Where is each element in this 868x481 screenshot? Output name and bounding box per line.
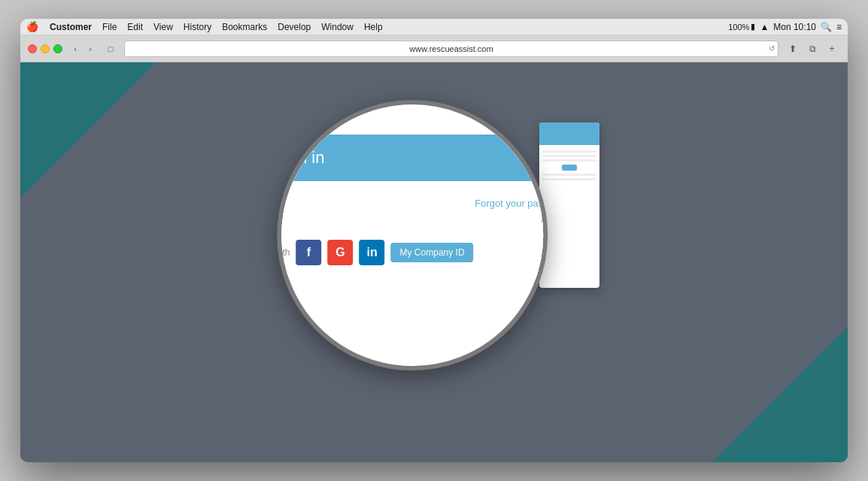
corner-decoration-top-left bbox=[20, 62, 171, 213]
sign-in-title: Sign in bbox=[277, 148, 324, 167]
reload-button[interactable]: ↺ bbox=[769, 44, 775, 53]
reader-view-button[interactable]: □ bbox=[103, 42, 118, 56]
login-body: Forgot your password? Support with f G i… bbox=[277, 181, 548, 280]
menu-customer[interactable]: Customer bbox=[44, 22, 97, 32]
traffic-lights bbox=[28, 44, 62, 53]
duplicate-tab-button[interactable]: ⧉ bbox=[804, 41, 821, 56]
corner-decoration-bottom-right bbox=[697, 312, 848, 462]
preview-line-1 bbox=[542, 150, 596, 153]
magnifier: Sign in Forgot your password? Support wi… bbox=[277, 100, 548, 371]
minimize-button[interactable] bbox=[41, 44, 50, 53]
menu-file[interactable]: File bbox=[97, 22, 122, 32]
battery-icon: 100% ▮ bbox=[728, 22, 755, 32]
fullscreen-button[interactable] bbox=[53, 44, 62, 53]
menu-history[interactable]: History bbox=[178, 22, 217, 32]
support-link[interactable]: Support bbox=[277, 212, 548, 228]
company-id-button[interactable]: My Company ID bbox=[391, 243, 474, 262]
webpage-preview-card bbox=[539, 123, 599, 288]
browser-window: ‹ › □ www.rescueassist.com ↺ ⬆ ⧉ + bbox=[20, 35, 848, 462]
menu-bar: 🍎 Customer File Edit View History Bookma… bbox=[20, 19, 848, 35]
wifi-icon: ▲ bbox=[760, 22, 769, 32]
menu-bookmarks[interactable]: Bookmarks bbox=[217, 22, 272, 32]
menu-window[interactable]: Window bbox=[316, 22, 359, 32]
new-tab-button[interactable]: + bbox=[824, 41, 840, 56]
linkedin-login-button[interactable]: in bbox=[360, 240, 385, 265]
url-display: www.rescueassist.com bbox=[409, 44, 493, 53]
share-button[interactable]: ⬆ bbox=[785, 41, 801, 56]
clock-display: Mon 10:10 bbox=[773, 22, 816, 32]
webpage-preview-content bbox=[539, 145, 599, 186]
webpage-preview-header bbox=[539, 123, 599, 145]
forgot-password-link[interactable]: Forgot your password? bbox=[277, 196, 548, 212]
spotlight-search-icon[interactable]: 🔍 bbox=[821, 22, 832, 32]
google-login-button[interactable]: G bbox=[328, 240, 354, 265]
address-bar[interactable]: www.rescueassist.com ↺ bbox=[124, 41, 778, 57]
battery-bar-icon: ▮ bbox=[751, 22, 755, 32]
battery-pct: 100% bbox=[728, 23, 749, 32]
menu-develop[interactable]: Develop bbox=[272, 22, 316, 32]
preview-line-5 bbox=[542, 178, 596, 180]
close-button[interactable] bbox=[28, 44, 37, 53]
menu-edit[interactable]: Edit bbox=[122, 22, 148, 32]
preview-line-2 bbox=[542, 155, 596, 157]
sign-in-with-label: with bbox=[277, 247, 290, 258]
social-login-row: with f G in My Company ID bbox=[277, 240, 548, 265]
menu-right-items: 100% ▮ ▲ Mon 10:10 🔍 ≡ bbox=[728, 22, 842, 32]
menu-view[interactable]: View bbox=[148, 22, 178, 32]
browser-actions: ⬆ ⧉ + bbox=[785, 41, 840, 56]
back-button[interactable]: ‹ bbox=[68, 42, 82, 56]
apple-logo-icon[interactable]: 🍎 bbox=[26, 21, 38, 32]
facebook-login-button[interactable]: f bbox=[296, 240, 322, 265]
menu-items: Customer File Edit View History Bookmark… bbox=[44, 22, 728, 32]
preview-line-4 bbox=[542, 174, 596, 176]
notification-center-icon[interactable]: ≡ bbox=[836, 22, 842, 32]
browser-chrome: ‹ › □ www.rescueassist.com ↺ ⬆ ⧉ + bbox=[20, 35, 848, 62]
browser-content: Sign in Forgot your password? Support wi… bbox=[20, 62, 848, 462]
preview-line-3 bbox=[542, 159, 596, 162]
nav-buttons: ‹ › bbox=[68, 42, 97, 56]
preview-btn bbox=[562, 165, 577, 171]
login-form-magnified: Sign in Forgot your password? Support wi… bbox=[277, 135, 548, 280]
forgot-links: Forgot your password? Support bbox=[277, 196, 548, 228]
mac-window: 🍎 Customer File Edit View History Bookma… bbox=[20, 19, 848, 462]
menu-help[interactable]: Help bbox=[359, 22, 388, 32]
forward-button[interactable]: › bbox=[83, 42, 97, 56]
login-header: Sign in bbox=[277, 135, 548, 181]
